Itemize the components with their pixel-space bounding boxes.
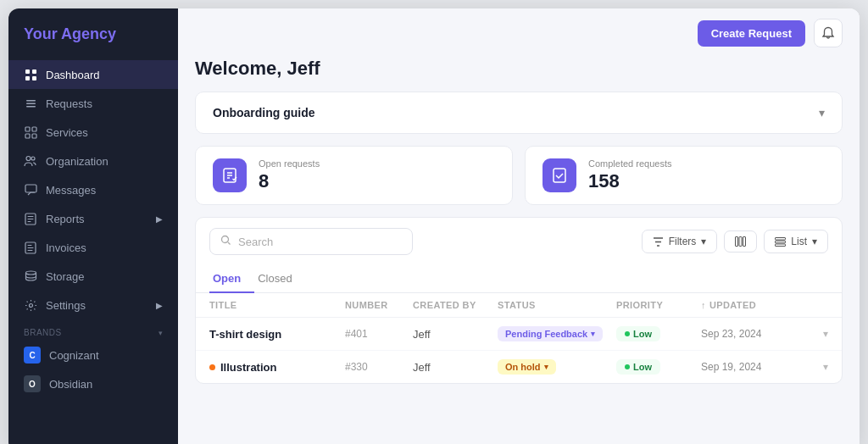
cognizant-label: Cognizant [49,349,99,362]
stats-row: Open requests 8 Completed requests 158 [195,146,843,205]
priority-badge-2: Low [616,359,660,375]
svg-rect-28 [739,237,742,247]
tab-open[interactable]: Open [209,265,254,293]
table-header: TITLE NUMBER CREATED BY STATUS PRIORITY … [196,293,842,318]
brand-item-cognizant[interactable]: C Cognizant [8,341,178,369]
sidebar-item-dashboard[interactable]: Dashboard [8,60,178,89]
stat-card-open: Open requests 8 [195,146,513,205]
sidebar-item-requests[interactable]: Requests [8,89,178,118]
sidebar-item-organization[interactable]: Organization [8,147,178,175]
completed-requests-value: 158 [588,170,671,192]
row-status-2[interactable]: On hold ▾ [498,359,616,375]
requests-label: Requests [46,97,92,110]
content-area: Welcome, Jeff Onboarding guide ▾ Open re… [178,58,860,444]
completed-requests-icon [542,158,576,192]
priority-dot-2-icon [625,364,630,369]
svg-rect-27 [736,237,738,247]
table-row[interactable]: T-shirt design #401 Jeff Pending Feedbac… [196,318,842,351]
main-area: Create Request Welcome, Jeff Onboarding … [178,8,860,444]
sidebar: Your Agency Dashboard Requests Services [8,8,178,444]
priority-dot-icon [625,331,630,336]
col-created-by: CREATED BY [413,300,498,310]
tab-closed[interactable]: Closed [254,265,305,293]
sidebar-item-services[interactable]: Services [8,118,178,147]
messages-icon [24,183,37,197]
row-date-1: Sep 23, 2024 [701,328,803,340]
svg-rect-31 [776,241,786,243]
logo-text-purple: Agency [61,25,116,42]
svg-rect-10 [32,134,36,138]
svg-rect-8 [32,127,36,131]
status-badge-1[interactable]: Pending Feedback ▾ [498,326,603,341]
row-title-1: T-shirt design [209,328,345,341]
row-creator-2: Jeff [413,361,498,374]
create-request-button[interactable]: Create Request [698,20,805,47]
logo-text-white: Your [24,25,61,42]
onboarding-label: Onboarding guide [213,106,315,119]
toolbar-right: Filters ▾ List ▾ [642,230,828,253]
sidebar-logo: Your Agency [8,8,178,57]
notification-button[interactable] [814,19,843,47]
filter-chevron-icon: ▾ [701,236,706,247]
table-row[interactable]: Illustration #330 Jeff On hold ▾ Low [196,351,842,383]
sort-icon: ↑ [701,300,706,310]
obsidian-icon: O [24,375,41,392]
col-priority: PRIORITY [616,300,701,310]
sidebar-item-settings[interactable]: Settings ▶ [8,291,178,319]
svg-rect-13 [25,185,36,192]
organization-icon [24,154,37,168]
messages-label: Messages [46,184,96,197]
search-placeholder: Search [238,236,273,248]
organization-label: Organization [46,155,108,168]
requests-table-section: Search Filters ▾ List [195,217,843,384]
svg-rect-25 [554,169,565,182]
svg-rect-29 [743,237,746,247]
reports-arrow: ▶ [156,214,163,224]
brand-item-obsidian[interactable]: O Obsidian [8,369,178,398]
services-label: Services [46,126,88,139]
cognizant-icon: C [24,347,41,364]
row-title-2: Illustration [209,361,345,374]
obsidian-label: Obsidian [49,378,92,391]
settings-label: Settings [46,299,86,312]
columns-button[interactable] [724,230,757,253]
col-title: TITLE [209,300,345,310]
svg-rect-0 [25,69,30,74]
status-chevron-icon: ▾ [591,330,595,338]
orange-dot-icon [209,364,215,370]
filters-button[interactable]: Filters ▾ [642,230,718,253]
status-badge-2[interactable]: On hold ▾ [498,359,556,375]
search-icon [220,235,231,248]
svg-rect-5 [26,103,36,104]
row-expand-1[interactable]: ▾ [803,328,828,340]
open-requests-value: 8 [259,170,320,192]
svg-rect-6 [26,106,36,108]
services-icon [24,125,37,139]
invoices-icon [24,241,37,254]
onboarding-card[interactable]: Onboarding guide ▾ [195,92,843,134]
sidebar-item-messages[interactable]: Messages [8,175,178,204]
svg-rect-20 [28,247,34,248]
svg-point-22 [25,271,36,275]
svg-rect-2 [25,76,30,80]
reports-icon [24,212,37,225]
row-expand-2[interactable]: ▾ [803,361,828,373]
invoices-label: Invoices [46,241,86,254]
sidebar-item-storage[interactable]: Storage [8,262,178,291]
sidebar-item-reports[interactable]: Reports ▶ [8,204,178,233]
row-date-2: Sep 19, 2024 [701,361,803,373]
dashboard-icon [24,68,37,81]
table-toolbar: Search Filters ▾ List [196,218,842,265]
reports-label: Reports [46,213,85,225]
col-status: STATUS [498,300,616,310]
svg-rect-3 [32,76,36,80]
settings-icon [24,298,37,312]
list-view-button[interactable]: List ▾ [764,230,828,253]
svg-rect-21 [28,250,33,251]
row-status-1[interactable]: Pending Feedback ▾ [498,326,616,341]
svg-rect-4 [26,100,36,102]
sidebar-item-invoices[interactable]: Invoices [8,233,178,262]
row-priority-2: Low [616,359,701,375]
search-box[interactable]: Search [209,228,413,255]
priority-badge-1: Low [616,326,660,341]
